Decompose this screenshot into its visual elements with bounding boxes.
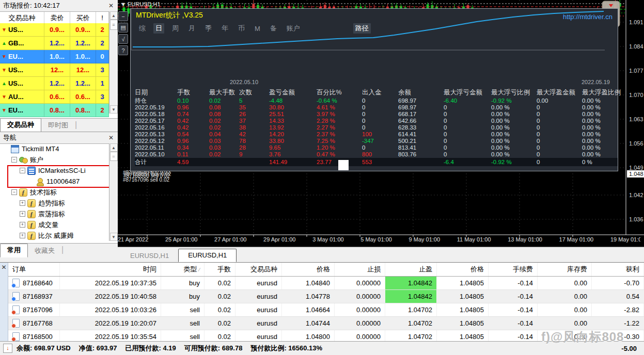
- orders-column-header[interactable]: 时间: [60, 263, 161, 276]
- stats-cell: 500.21: [398, 138, 444, 144]
- orders-column-header[interactable]: 止损: [335, 263, 385, 276]
- scroll-thumb[interactable]: ≡: [110, 20, 118, 30]
- help-button[interactable]: ?: [118, 45, 128, 55]
- orders-column-header[interactable]: 订单: [8, 263, 60, 276]
- market-watch-column-header[interactable]: 买价: [70, 12, 96, 24]
- close-icon[interactable]: ✕: [107, 2, 115, 9]
- chart-area[interactable]: ▼ EURUSD,H1 −▤√? #87168640 buy 0.02#8716…: [118, 0, 644, 247]
- notes-button[interactable]: ▤: [118, 23, 128, 33]
- market-watch-scrollbar[interactable]: ▲ ≡ ▼: [109, 11, 118, 114]
- chart-tab-bar: EURUSD,H1EURUSD,H1: [118, 247, 644, 262]
- confirm-button[interactable]: √: [118, 34, 128, 44]
- expand-icon[interactable]: +: [20, 211, 25, 217]
- stats-cell: 0: [444, 104, 491, 111]
- order-ticket-icon: [12, 319, 20, 328]
- market-watch-column-header[interactable]: 卖价: [44, 12, 70, 24]
- scroll-thumb[interactable]: =: [110, 152, 118, 161]
- order-line-label: #87167096 sell 0.02: [123, 178, 169, 183]
- stats-cell: 0.00 %: [582, 144, 616, 151]
- tab-即时图[interactable]: 即时图: [41, 119, 75, 132]
- orders-column-header[interactable]: 手数: [205, 263, 235, 276]
- minimize-panel-button[interactable]: −: [118, 11, 128, 21]
- orders-column-header[interactable]: 交易品种: [235, 263, 282, 276]
- tree-item-fx[interactable]: +ƒ趋势指标: [0, 198, 109, 208]
- tree-item-fx[interactable]: +ƒ成交量: [0, 219, 109, 230]
- tab-交易品种[interactable]: 交易品种: [0, 118, 41, 132]
- spread-cell: 2: [96, 37, 109, 50]
- stats-cell: 2022.05.18: [135, 111, 177, 118]
- order-row[interactable]: 871686402022.05.19 10:37:35buy0.02eurusd…: [8, 277, 644, 290]
- tree-item-user[interactable]: 110006487: [0, 176, 109, 187]
- tree-item-server[interactable]: −ICMarketsSC-Li: [0, 165, 109, 176]
- scroll-up-icon[interactable]: ▲: [110, 143, 118, 152]
- scroll-up-icon[interactable]: ▲: [110, 11, 118, 20]
- orders-column-header[interactable]: 类型∕: [161, 263, 205, 276]
- time-axis-label: 3 May 01:00: [312, 236, 344, 243]
- expand-icon[interactable]: +: [20, 222, 25, 228]
- scroll-down-icon[interactable]: ▼: [110, 105, 118, 114]
- order-row[interactable]: 871670962022.05.19 10:03:26sell0.02eurus…: [8, 303, 644, 317]
- market-watch-row[interactable]: ▼US...12...12...3: [0, 63, 109, 77]
- order-swap-cell: 0.00: [538, 277, 592, 289]
- market-watch-row[interactable]: ▲US...1.2...1.2...1: [0, 77, 109, 90]
- tree-item-fx[interactable]: +ƒ比尔 威廉姆: [0, 230, 109, 241]
- stats-cell: -0.64 %: [317, 98, 362, 104]
- stats-cell: 2022.05.16: [135, 124, 177, 131]
- market-watch-row[interactable]: ▼AU...0.6...0.6...3: [0, 90, 109, 104]
- stats-cell: 38: [239, 124, 269, 131]
- orders-column-header[interactable]: 获利: [592, 263, 644, 276]
- tab-常用[interactable]: 常用: [0, 244, 28, 257]
- market-watch-row[interactable]: ▼EU...0.8...0.8...2: [0, 104, 109, 117]
- symbol-cell: ▲GB...: [0, 37, 44, 50]
- tree-item-accounts[interactable]: −账户: [0, 154, 109, 165]
- order-type-cell: sell: [161, 303, 205, 316]
- stats-cell: 2.37 %: [317, 131, 362, 138]
- time-axis-label: 25 Apr 01:00: [165, 236, 197, 243]
- tree-item-terminal[interactable]: Tickmill MT4: [0, 143, 109, 154]
- close-icon[interactable]: ✕: [1, 264, 8, 271]
- stats-cell: 0: [362, 104, 398, 111]
- scroll-down-icon[interactable]: ▼: [110, 233, 118, 241]
- orders-column-header[interactable]: 价格: [437, 263, 489, 276]
- orders-column-header[interactable]: 库存费: [538, 263, 592, 276]
- stats-cell: 642.66: [398, 118, 444, 124]
- market-watch-column-header[interactable]: !: [96, 12, 109, 24]
- stats-cell: 0.00 %: [491, 104, 537, 111]
- tab-收藏夹[interactable]: 收藏夹: [28, 245, 61, 257]
- collapse-icon[interactable]: −: [20, 168, 25, 173]
- stats-cell: 0.00 %: [491, 111, 537, 118]
- stats-cell: 2022.05.19: [135, 104, 177, 111]
- expand-icon[interactable]: +: [20, 233, 25, 238]
- chart-tab-EURUSD,H1[interactable]: EURUSD,H1: [121, 250, 178, 262]
- close-icon[interactable]: ✕: [107, 134, 115, 141]
- stats-cell: 0.54: [177, 131, 209, 138]
- stats-cell: 0.00 %: [582, 124, 616, 131]
- market-watch-header: 交易品种卖价买价!: [0, 12, 118, 24]
- price-axis-label: 1.084: [629, 43, 643, 50]
- orders-column-header[interactable]: 价格: [282, 263, 335, 276]
- order-sl-cell: 0.00000: [335, 290, 385, 303]
- expand-icon[interactable]: +: [20, 200, 25, 206]
- order-id-cell: 87168640: [8, 277, 60, 289]
- market-watch-column-header[interactable]: 交易品种: [0, 12, 44, 24]
- stats-cell: 0.03: [209, 144, 239, 151]
- stats-cell: 14.20: [269, 131, 317, 138]
- tree-item-fx[interactable]: −ƒ技术指标: [0, 187, 109, 198]
- bid-cell: 12...: [44, 63, 70, 76]
- tree-item-fx[interactable]: +ƒ震荡指标: [0, 208, 109, 219]
- chart-tab-EURUSD,H1[interactable]: EURUSD,H1: [178, 249, 237, 262]
- market-watch-row[interactable]: ▼US...0.9...0.9...2: [0, 23, 109, 37]
- collapse-icon[interactable]: −: [11, 157, 17, 163]
- market-watch-row[interactable]: ▼EU...1.0...1.0...0: [0, 50, 109, 63]
- navigator-scrollbar[interactable]: ▲ = ▼: [109, 143, 118, 241]
- stats-cell: -0.92 %: [491, 159, 537, 166]
- order-row[interactable]: 871689372022.05.19 10:40:58buy0.02eurusd…: [8, 290, 644, 303]
- orders-column-header[interactable]: 手续费: [489, 263, 538, 276]
- order-tp-cell: 1.04702: [385, 303, 437, 316]
- order-price-cell: 1.04805: [437, 303, 489, 316]
- fx-icon: ƒ: [19, 188, 27, 197]
- orders-column-header[interactable]: 止盈: [385, 263, 437, 276]
- stats-cell: 0 %: [582, 159, 616, 166]
- collapse-icon[interactable]: −: [11, 189, 17, 195]
- market-watch-row[interactable]: ▲GB...1.2...1.2...2: [0, 37, 109, 50]
